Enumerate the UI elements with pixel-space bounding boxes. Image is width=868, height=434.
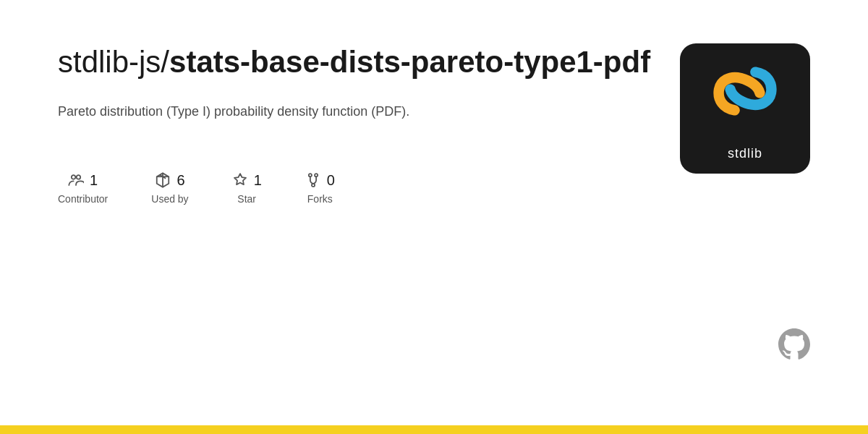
github-icon-container[interactable] (778, 328, 810, 360)
forks-count: 0 (327, 172, 335, 189)
repo-owner: stdlib-js/ (58, 45, 169, 79)
stat-stars[interactable]: 1 Star (232, 172, 262, 205)
contributor-label: Contributor (58, 193, 108, 205)
stat-stars-top: 1 (232, 172, 262, 189)
stat-forks-top: 0 (305, 172, 335, 189)
repo-title: stdlib-js/stats-base-dists-pareto-type1-… (58, 43, 651, 82)
svg-point-0 (72, 175, 76, 179)
stat-contributor[interactable]: 1 Contributor (58, 172, 108, 205)
stat-used-by-top: 6 (155, 172, 184, 189)
contributor-icon (68, 172, 84, 188)
star-icon (232, 172, 248, 188)
stats-row: 1 Contributor 6 (58, 172, 651, 205)
repo-name-bold: stats-base-dists-pareto-type1-pdf (169, 45, 650, 79)
stat-forks[interactable]: 0 Forks (305, 172, 335, 205)
contributor-count: 1 (90, 172, 98, 189)
used-by-count: 6 (176, 172, 184, 189)
left-section: stdlib-js/stats-base-dists-pareto-type1-… (58, 43, 651, 205)
stdlib-logo: stdlib (680, 43, 810, 174)
stdlib-logo-svg (702, 56, 788, 143)
stdlib-brand-text: stdlib (728, 146, 762, 161)
used-by-label: Used by (151, 193, 188, 205)
stars-count: 1 (254, 172, 262, 189)
stat-used-by[interactable]: 6 Used by (151, 172, 188, 205)
fork-icon (305, 172, 321, 188)
stars-label: Star (237, 193, 256, 205)
repo-description: Pareto distribution (Type I) probability… (58, 102, 463, 122)
stat-contributor-top: 1 (68, 172, 98, 189)
bottom-bar (0, 425, 868, 434)
forks-label: Forks (307, 193, 333, 205)
right-section: stdlib (680, 43, 810, 174)
package-icon (155, 172, 171, 188)
svg-point-1 (77, 175, 81, 179)
github-icon (778, 328, 810, 360)
main-content: stdlib-js/stats-base-dists-pareto-type1-… (0, 0, 868, 425)
